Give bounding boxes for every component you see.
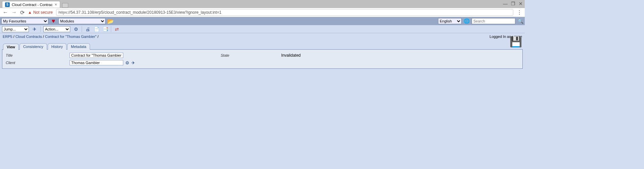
tab-consistency[interactable]: Consistency <box>19 43 47 50</box>
separator <box>111 26 111 32</box>
nav-reload-icon[interactable]: ⟳ <box>20 9 25 16</box>
tab-close-icon[interactable]: × <box>55 2 57 7</box>
action-go-icon[interactable]: ⚙ <box>73 26 79 32</box>
heart-icon[interactable]: ♥ <box>50 18 56 24</box>
crumb-erp5[interactable]: ERP5 <box>3 35 12 39</box>
address-bar[interactable]: https://54.37.31.108/erp5/cloud_contract… <box>56 9 513 16</box>
favicon-icon: 5 <box>5 2 10 7</box>
jump-go-icon[interactable]: ✈ <box>32 26 38 32</box>
new-doc-icon[interactable]: 📄 <box>93 26 99 32</box>
action-select[interactable]: Action... <box>43 26 70 32</box>
crumb-module[interactable]: Cloud Contracts <box>15 35 42 39</box>
crumb-document[interactable]: Contract for "Thomas Gambier" <box>45 35 96 39</box>
print-icon[interactable]: 🖨 <box>85 26 91 32</box>
modules-select[interactable]: Modules <box>58 18 105 24</box>
tab-history[interactable]: History <box>48 43 67 50</box>
state-label: State <box>221 53 281 57</box>
tab-metadata[interactable]: Metadata <box>67 43 90 50</box>
warning-icon: ▲ <box>28 10 32 15</box>
globe-icon[interactable]: 🌐 <box>464 18 470 24</box>
jump-select[interactable]: Jump... <box>2 26 29 32</box>
copy-doc-icon[interactable]: 📑 <box>102 26 108 32</box>
language-select[interactable]: English <box>438 18 462 24</box>
nav-forward-icon: → <box>11 9 17 15</box>
not-secure-badge[interactable]: ▲ Not secure <box>28 10 53 15</box>
tab-view[interactable]: View <box>3 44 19 50</box>
client-input[interactable] <box>70 60 123 65</box>
search-input[interactable] <box>472 18 515 24</box>
relation-jump-icon[interactable]: ✈ <box>131 60 135 65</box>
nav-back-icon[interactable]: ← <box>3 9 8 15</box>
open-folder-icon[interactable]: 📂 <box>108 18 114 24</box>
url-scheme: https <box>58 10 67 15</box>
relation-gear-icon[interactable]: ⚙ <box>125 60 129 65</box>
url-rest: ://54.37.31.108/erp5/cloud_contract_modu… <box>67 10 221 15</box>
title-input[interactable] <box>70 53 123 58</box>
save-icon[interactable]: 💾 <box>510 36 522 48</box>
state-value: Invalidated <box>281 53 301 58</box>
breadcrumb: ERP5 / Cloud Contracts / Contract for "T… <box>3 35 98 39</box>
window-close-icon[interactable]: ✕ <box>519 1 523 6</box>
title-label: Title <box>6 53 70 57</box>
not-secure-label: Not secure <box>33 10 53 15</box>
browser-tab[interactable]: 5 Cloud Contract - Contrac × <box>2 1 60 8</box>
exchange-icon[interactable]: ⇄ <box>114 26 120 32</box>
separator <box>82 26 82 32</box>
window-restore-icon[interactable]: ❐ <box>511 1 515 6</box>
tab-title: Cloud Contract - Contrac <box>12 3 53 7</box>
window-minimize-icon[interactable]: — <box>503 1 508 6</box>
new-tab-button[interactable] <box>62 3 68 8</box>
favourites-select[interactable]: My Favourites <box>1 18 48 24</box>
separator <box>40 26 41 32</box>
form-panel: Title State Invalidated Client ⚙ ✈ <box>2 49 523 69</box>
client-label: Client <box>6 61 70 65</box>
search-icon[interactable]: 🔍 <box>517 18 523 24</box>
browser-menu-icon[interactable]: ⋮ <box>517 9 522 16</box>
